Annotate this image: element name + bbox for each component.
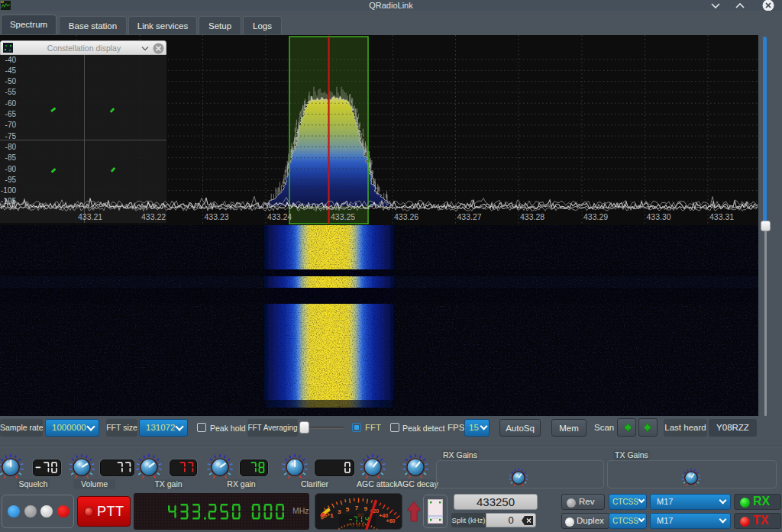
svg-text:433.23: 433.23 bbox=[205, 212, 229, 221]
svg-text:-70: -70 bbox=[5, 121, 17, 129]
svg-text:-105: -105 bbox=[1, 197, 16, 205]
svg-text:433.29: 433.29 bbox=[583, 212, 608, 221]
svg-text:433.30: 433.30 bbox=[647, 212, 671, 221]
svg-text:3: 3 bbox=[338, 508, 341, 515]
svg-text:433.26: 433.26 bbox=[394, 212, 418, 221]
svg-text:-65: -65 bbox=[5, 110, 17, 118]
svg-text:7: 7 bbox=[355, 505, 359, 511]
svg-text:-55: -55 bbox=[5, 88, 17, 96]
svg-text:-75: -75 bbox=[5, 132, 17, 140]
svg-text:+40: +40 bbox=[379, 513, 388, 518]
svg-text:433.24: 433.24 bbox=[267, 212, 292, 221]
svg-text:-50: -50 bbox=[5, 77, 17, 85]
svg-text:+60: +60 bbox=[386, 518, 396, 524]
svg-text:SO: SO bbox=[357, 513, 364, 517]
svg-text:433.21: 433.21 bbox=[78, 212, 102, 221]
svg-text:433.22: 433.22 bbox=[141, 212, 166, 221]
svg-text:-40: -40 bbox=[5, 56, 17, 64]
svg-text:-45: -45 bbox=[5, 66, 17, 75]
svg-text:-95: -95 bbox=[5, 176, 17, 184]
svg-text:433.27: 433.27 bbox=[457, 212, 482, 221]
svg-text:9: 9 bbox=[364, 505, 367, 512]
svg-text:433.25: 433.25 bbox=[331, 212, 355, 221]
svg-text:-85: -85 bbox=[5, 153, 17, 162]
svg-text:5: 5 bbox=[346, 506, 350, 513]
svg-text:433.31: 433.31 bbox=[709, 212, 734, 221]
svg-text:P O W E R: P O W E R bbox=[347, 523, 370, 527]
svg-text:-60: -60 bbox=[5, 99, 17, 108]
svg-text:433.28: 433.28 bbox=[520, 212, 544, 221]
svg-text:-100: -100 bbox=[1, 186, 16, 195]
svg-text:-90: -90 bbox=[5, 165, 17, 173]
svg-text:1: 1 bbox=[330, 512, 334, 519]
svg-text:-80: -80 bbox=[5, 143, 17, 151]
